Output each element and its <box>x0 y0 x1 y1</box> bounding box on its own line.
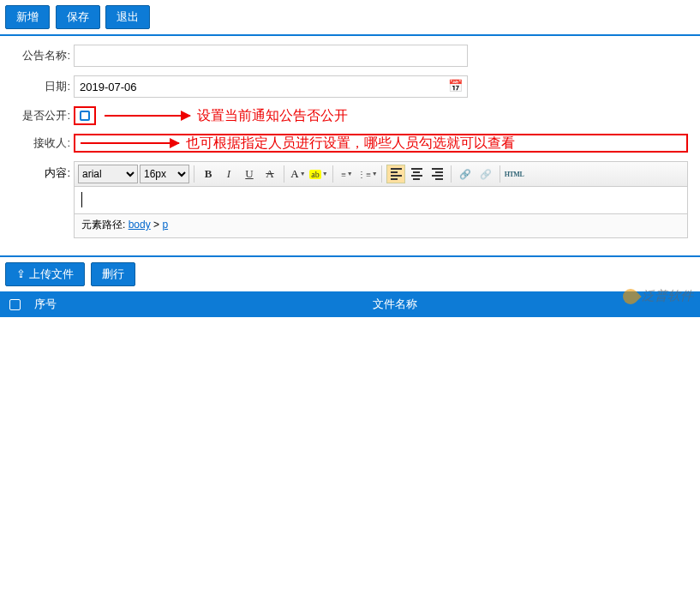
name-input[interactable] <box>74 45 468 67</box>
watermark-logo-icon <box>619 285 641 307</box>
path-p-link[interactable]: p <box>162 219 168 231</box>
strikethrough-button[interactable]: A <box>260 165 279 183</box>
delete-row-button[interactable]: 删行 <box>91 262 135 286</box>
date-label: 日期: <box>12 79 74 94</box>
path-body-link[interactable]: body <box>129 219 151 231</box>
recipient-input-highlight[interactable]: 也可根据指定人员进行设置，哪些人员勾选就可以查看 <box>74 134 688 153</box>
upload-icon: ⇪ <box>16 267 26 280</box>
italic-button[interactable]: I <box>219 165 238 183</box>
align-right-button[interactable] <box>428 165 446 183</box>
top-toolbar: 新增 保存 退出 <box>0 0 700 36</box>
watermark: 泛普软件 <box>623 288 693 304</box>
public-annotation: 设置当前通知公告否公开 <box>197 107 348 125</box>
annotation-arrow <box>105 115 190 117</box>
font-color-button[interactable]: A▼ <box>289 165 308 183</box>
save-button[interactable]: 保存 <box>56 5 100 29</box>
recipient-annotation: 也可根据指定人员进行设置，哪些人员勾选就可以查看 <box>186 135 515 153</box>
exit-button[interactable]: 退出 <box>105 5 150 29</box>
editor-content-area[interactable] <box>74 186 688 214</box>
public-checkbox[interactable] <box>80 111 90 121</box>
text-cursor <box>81 192 82 207</box>
align-left-button[interactable] <box>386 165 405 183</box>
editor-toolbar: arial 16px B I U A A▼ ab▼ ≡▼ ⋮≡▼ 🔗 🔗 <box>74 161 688 186</box>
underline-button[interactable]: U <box>240 165 259 183</box>
public-label: 是否公开: <box>12 108 74 123</box>
html-source-button[interactable]: HTML <box>505 165 524 183</box>
unordered-list-button[interactable]: ⋮≡▼ <box>358 165 377 183</box>
name-label: 公告名称: <box>12 48 74 63</box>
attachment-table-header: 序号 文件名称 泛普软件 <box>0 291 700 317</box>
font-size-select[interactable]: 16px <box>140 165 189 183</box>
upload-file-button[interactable]: ⇪上传文件 <box>5 262 85 286</box>
link-button[interactable]: 🔗 <box>456 165 475 183</box>
new-button[interactable]: 新增 <box>5 5 50 29</box>
select-all-checkbox[interactable] <box>9 299 21 310</box>
form-area: 公告名称: 日期: 📅 是否公开: 设置当前通知公告否公开 接收人: 也可根据指… <box>0 36 700 255</box>
annotation-arrow <box>81 142 179 144</box>
content-label: 内容: <box>12 161 74 181</box>
attachment-section: ⇪上传文件 删行 序号 文件名称 泛普软件 <box>0 255 700 317</box>
bold-button[interactable]: B <box>199 165 218 183</box>
align-center-button[interactable] <box>407 165 426 183</box>
recipient-label: 接收人: <box>12 135 74 151</box>
unlink-button[interactable]: 🔗 <box>476 165 495 183</box>
font-family-select[interactable]: arial <box>78 165 138 183</box>
highlight-color-button[interactable]: ab▼ <box>309 165 328 183</box>
public-checkbox-highlight <box>74 106 96 125</box>
ordered-list-button[interactable]: ≡▼ <box>338 165 356 183</box>
column-seq: 序号 <box>29 297 89 312</box>
column-filename: 文件名称 泛普软件 <box>89 297 700 312</box>
date-input[interactable] <box>74 75 468 98</box>
element-path-bar: 元素路径: body > p <box>74 214 688 238</box>
